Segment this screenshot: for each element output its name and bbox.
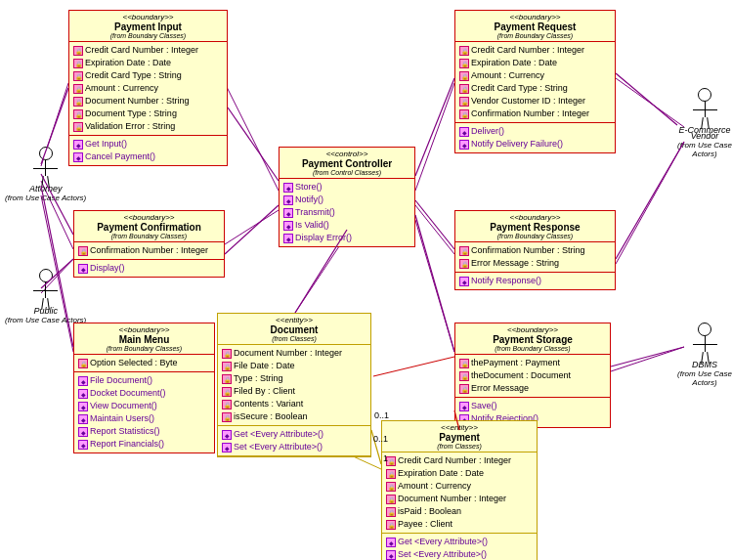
attr-item: 🔒 Type : String [222, 372, 366, 385]
method-icon: ◆ [222, 430, 232, 440]
attr-item: 🔒 Expiration Date : Date [459, 57, 611, 69]
payment-request-box: <<boundary>> Payment Request (from Bound… [454, 10, 616, 153]
attr-item: 🔒 Document Number : Integer [386, 493, 533, 505]
payment-storage-header: <<boundary>> Payment Storage (from Bound… [455, 323, 610, 355]
attr-item: 🔒 Confirmation Number : String [459, 244, 611, 257]
attr-item: 🔒 Expiration Date : Date [73, 57, 223, 69]
method-icon: ◆ [386, 538, 396, 547]
method-item: ◆ Get <Every Attribute>() [386, 536, 533, 548]
svg-line-6 [611, 347, 684, 371]
payment-input-attrs: 🔒 Credit Card Number : Integer 🔒 Expirat… [69, 42, 227, 136]
payment-entity-attrs: 🔒 Credit Card Number : Integer 🔒 Expirat… [382, 452, 537, 534]
attr-item: 🔒 Contents : Variant [222, 398, 366, 410]
main-menu-box: <<boundary>> Main Menu (from Boundary Cl… [73, 323, 215, 453]
method-icon: ◆ [459, 140, 469, 150]
attr-item: 🔒 isPaid : Boolean [386, 505, 533, 518]
attr-item: 🔒 Credit Card Number : Integer [386, 454, 533, 467]
attr-icon: 🔒 [73, 84, 83, 94]
svg-line-8 [415, 83, 454, 191]
method-item: ◆ Get <Every Attribute>() [222, 428, 366, 441]
attr-item: 🔒 File Date : Date [222, 360, 366, 372]
attr-item: 🔒 Amount : Currency [386, 480, 533, 493]
attr-icon: 🔒 [459, 97, 469, 107]
method-icon: ◆ [283, 234, 293, 243]
method-item: ◆ Get Input() [73, 138, 223, 151]
svg-line-17 [373, 357, 454, 376]
payment-request-attrs: 🔒 Credit Card Number : Integer 🔒 Expirat… [455, 42, 615, 123]
attr-item: 🔒 Error Message : String [459, 257, 611, 270]
method-item: ◆ View Document() [78, 400, 210, 412]
attr-item: 🔒 Amount : Currency [459, 69, 611, 82]
payment-confirmation-attrs: 🔒 Confirmation Number : Integer [74, 242, 224, 260]
method-item: ◆ Notify Response() [459, 275, 611, 287]
method-icon: ◆ [386, 550, 396, 560]
attr-item: 🔒 Validation Error : String [73, 120, 223, 133]
attr-icon: 🔒 [73, 71, 83, 81]
method-item: ◆ File Document() [78, 374, 210, 387]
svg-line-30 [611, 347, 684, 366]
svg-line-5 [616, 142, 684, 264]
payment-input-box: <<boundary>> Payment Input (from Boundar… [68, 10, 228, 166]
attr-icon: 🔒 [222, 412, 232, 422]
method-icon: ◆ [78, 402, 88, 411]
svg-line-4 [616, 78, 684, 127]
method-icon: ◆ [78, 427, 88, 437]
attr-icon: 🔒 [78, 246, 88, 256]
attr-icon: 🔒 [459, 84, 469, 94]
attr-icon: 🔒 [386, 482, 396, 492]
attr-icon: 🔒 [222, 387, 232, 397]
method-icon: ◆ [283, 195, 293, 205]
method-item: ◆ Notify Delivery Failure() [459, 138, 611, 151]
payment-confirmation-methods: ◆ Display() [74, 260, 224, 277]
main-menu-methods: ◆ File Document() ◆ Docket Document() ◆ … [74, 372, 214, 452]
attr-item: 🔒 Error Message [459, 382, 606, 395]
attr-icon: 🔒 [459, 359, 469, 368]
attr-icon: 🔒 [459, 59, 469, 68]
attr-icon: 🔒 [459, 246, 469, 256]
method-icon: ◆ [283, 221, 293, 231]
document-attrs: 🔒 Document Number : Integer 🔒 File Date … [218, 345, 370, 426]
attr-item: 🔒 Credit Card Type : String [73, 69, 223, 82]
method-icon: ◆ [78, 389, 88, 399]
method-item: ◆ Store() [283, 181, 410, 194]
payment-entity-methods: ◆ Get <Every Attribute>() ◆ Set <Every A… [382, 534, 537, 560]
svg-line-28 [616, 73, 677, 125]
payment-response-attrs: 🔒 Confirmation Number : String 🔒 Error M… [455, 242, 615, 273]
attr-item: 🔒 theDocument : Document [459, 369, 606, 382]
svg-line-19 [415, 78, 454, 176]
svg-line-11 [415, 220, 454, 352]
payment-controller-box: <<control>> Payment Controller (from Con… [279, 147, 415, 247]
method-icon: ◆ [78, 264, 88, 274]
svg-line-10 [225, 210, 279, 244]
method-icon: ◆ [459, 277, 469, 286]
attr-item: 🔒 Confirmation Number : Integer [78, 244, 220, 257]
svg-line-7 [225, 83, 279, 191]
attr-icon: 🔒 [73, 46, 83, 56]
method-icon: ◆ [78, 440, 88, 450]
attr-icon: 🔒 [459, 384, 469, 394]
main-menu-header: <<boundary>> Main Menu (from Boundary Cl… [74, 323, 214, 355]
payment-entity-box: <<entity>> Payment (from Classes) 🔒 Cred… [381, 420, 538, 560]
attr-icon: 🔒 [73, 122, 83, 132]
method-item: ◆ Display Error() [283, 232, 410, 244]
diagram-container: 0..1 1 Attorney (from Use Case Actors) [0, 0, 732, 560]
svg-line-21 [225, 205, 279, 254]
attr-icon: 🔒 [386, 469, 396, 479]
svg-line-20 [415, 200, 454, 249]
attr-item: 🔒 Credit Card Number : Integer [73, 44, 223, 57]
attr-icon: 🔒 [459, 109, 469, 119]
method-item: ◆ Report Statistics() [78, 425, 210, 438]
payment-response-header: <<boundary>> Payment Response (from Boun… [455, 211, 615, 242]
main-menu-attrs: 🔒 Option Selected : Byte [74, 355, 214, 372]
actor-ecommerce-head [698, 88, 711, 102]
attr-icon: 🔒 [78, 359, 88, 368]
document-methods: ◆ Get <Every Attribute>() ◆ Set <Every A… [218, 426, 370, 456]
attr-icon: 🔒 [386, 520, 396, 530]
attr-icon: 🔒 [222, 374, 232, 384]
method-icon: ◆ [73, 152, 83, 162]
actor-dbms-head [698, 323, 711, 336]
attr-item: 🔒 Document Number : Integer [222, 347, 366, 360]
actor-attorney-head [39, 147, 53, 160]
method-item: ◆ Maintain Users() [78, 412, 210, 425]
method-item: ◆ Docket Document() [78, 387, 210, 400]
